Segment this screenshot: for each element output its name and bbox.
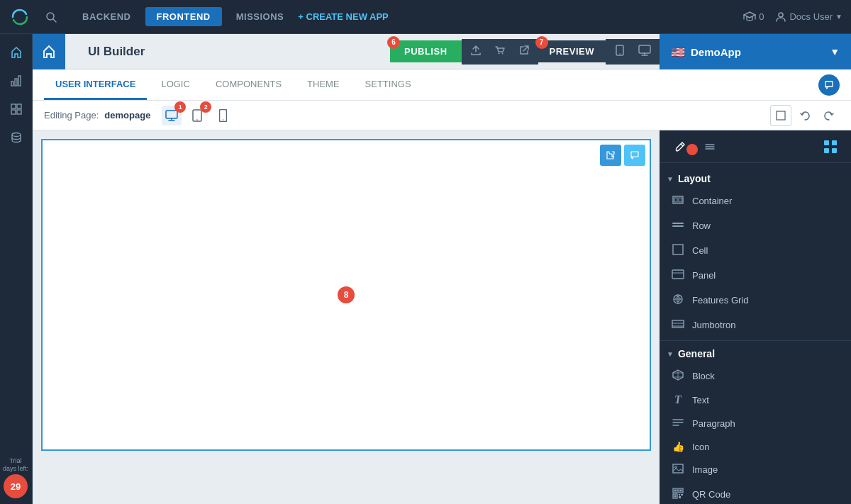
list-item[interactable]: T Text [660,388,851,411]
cap-icon[interactable]: 0 [743,11,764,23]
svg-rect-46 [673,464,683,473]
sidebar-chart-icon[interactable] [4,68,29,94]
app-name: DemoApp [691,46,830,58]
svg-point-14 [619,53,621,55]
left-sidebar [0,34,33,504]
svg-rect-31 [679,198,682,202]
user-chevron-icon: ▼ [835,13,842,21]
svg-point-47 [675,466,677,469]
rp-list-icon[interactable] [698,135,722,159]
svg-rect-15 [639,45,650,53]
svg-point-10 [12,133,21,137]
svg-rect-6 [11,104,16,108]
jumbotron-label: Jumbotron [692,320,735,330]
tab-user-interface[interactable]: USER INTERFACE [44,70,147,100]
canvas-actions [600,145,645,166]
svg-rect-21 [777,111,785,120]
comment-icon[interactable] [624,145,645,166]
home-button[interactable] [33,34,65,69]
canvas-frame[interactable]: 8 [41,139,651,451]
sidebar-home-icon[interactable] [4,40,29,65]
canvas-area[interactable]: 8 [33,130,660,504]
svg-rect-7 [17,104,21,108]
cap-count: 0 [759,11,764,22]
image-label: Image [692,464,718,475]
list-item[interactable]: Jumbotron [660,313,851,337]
tab-logic[interactable]: LOGIC [150,70,201,100]
svg-rect-52 [680,490,682,492]
container-label: Container [692,196,732,206]
tab-settings[interactable]: SETTINGS [354,70,423,100]
undo-icon[interactable] [794,105,816,126]
sidebar-database-icon[interactable] [4,125,29,150]
paragraph-label: Paragraph [692,418,735,429]
list-item[interactable]: Container [660,189,851,213]
tabs-row: USER INTERFACE LOGIC COMPONENTS THEME SE… [33,69,851,101]
right-panel: ▼ Layout Container [660,130,851,504]
user-name: Docs User [789,11,833,22]
preview-button[interactable]: PREVIEW [538,40,606,62]
sidebar-grid-icon[interactable] [4,96,29,122]
icon-icon: 👍 [671,441,685,452]
expand-icon[interactable] [770,105,791,126]
list-item[interactable]: Cell [660,238,851,263]
mobile-device-btn[interactable] [213,106,233,125]
logo[interactable] [9,6,31,28]
puzzle-icon[interactable] [600,145,621,166]
list-item[interactable]: Features Grid [660,288,851,313]
svg-rect-9 [17,110,21,114]
paragraph-icon [671,416,685,431]
block-label: Block [692,371,715,381]
tab-theme[interactable]: THEME [296,70,351,100]
desktop-preview-icon[interactable] [634,42,655,61]
publish-button[interactable]: PUBLISH [390,40,462,62]
frontend-button[interactable]: FRONTEND [145,7,222,26]
rp-apps-icon[interactable] [818,135,842,159]
svg-rect-55 [681,494,683,495]
layout-section-header[interactable]: ▼ Layout [660,169,851,189]
chat-button[interactable] [818,74,840,96]
builder-content: UI Builder 6 PUBLISH [33,34,851,504]
tab-components[interactable]: COMPONENTS [204,70,293,100]
list-item[interactable]: 👍 Icon [660,436,851,457]
general-section-label: General [678,348,715,359]
app-chevron-icon[interactable]: ▼ [830,46,840,57]
cart-icon[interactable] [490,42,510,61]
upload-icon[interactable] [466,42,486,61]
list-item[interactable]: Block [660,364,851,388]
backend-button[interactable]: BACKEND [71,7,143,26]
svg-line-1 [53,19,56,22]
right-panel-body: ▼ Layout Container [660,163,851,504]
create-new-app-button[interactable]: + CREATE NEW APP [298,11,389,22]
missions-button[interactable]: MISSIONS [225,7,296,26]
svg-rect-28 [832,148,837,153]
container-icon [671,194,685,208]
top-navigation: BACKEND FRONTEND MISSIONS + CREATE NEW A… [0,0,851,34]
rp-brush-badge [686,144,698,155]
trial-badge: Trialdays left: 29 [3,457,28,498]
editing-page-name: demopage [104,110,150,121]
list-item[interactable]: Image [660,457,851,482]
external-link-icon[interactable] [514,42,534,61]
svg-rect-26 [832,140,837,145]
svg-rect-54 [679,494,680,495]
search-icon[interactable] [40,6,62,28]
cell-label: Cell [692,245,708,256]
user-menu[interactable]: Docs User ▼ [775,11,842,23]
svg-rect-25 [824,140,829,145]
list-item[interactable]: Paragraph [660,411,851,436]
features-grid-label: Features Grid [692,295,748,306]
row-label: Row [692,220,711,231]
svg-rect-34 [673,245,683,254]
tablet-preview-icon[interactable] [610,42,630,61]
text-label: Text [692,395,709,405]
redo-icon[interactable] [818,105,840,126]
list-item[interactable]: QR Code [660,482,851,504]
jumbotron-icon [671,318,685,332]
svg-point-11 [498,53,499,55]
list-item[interactable]: Row [660,213,851,238]
list-item[interactable]: Panel [660,263,851,288]
svg-rect-27 [824,148,829,153]
svg-point-20 [223,119,224,121]
general-section-header[interactable]: ▼ General [660,344,851,364]
